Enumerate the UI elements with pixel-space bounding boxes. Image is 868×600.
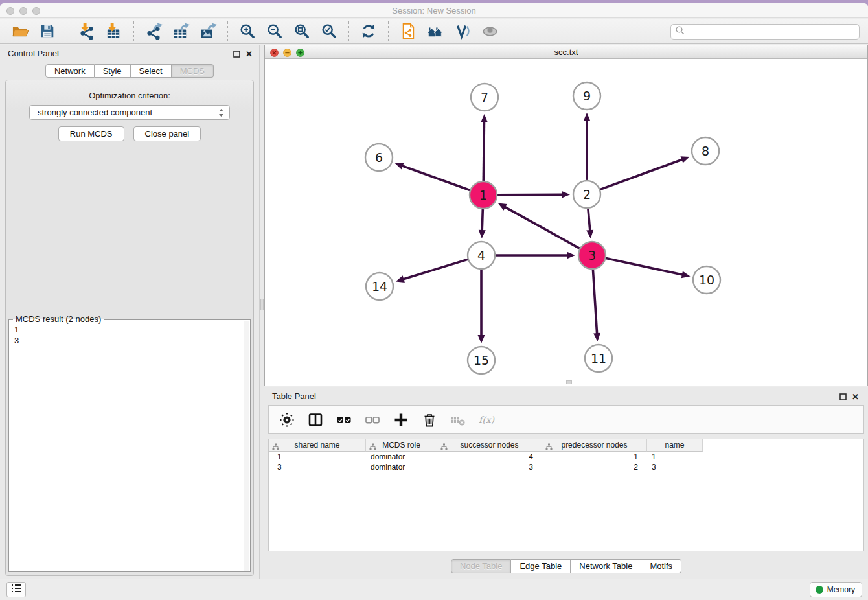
edge-4-14[interactable] xyxy=(396,259,468,283)
search-field[interactable] xyxy=(670,24,860,40)
column-header-predecessor-nodes[interactable]: predecessor nodes xyxy=(542,439,647,452)
delete-row-icon[interactable] xyxy=(420,411,439,428)
search-input[interactable] xyxy=(685,25,859,38)
network-canvas[interactable]: 1234678910111415 xyxy=(265,60,867,386)
main-toolbar xyxy=(0,19,868,44)
tab-network[interactable]: Network xyxy=(45,64,95,78)
edge-2-9[interactable] xyxy=(584,113,591,180)
table-row[interactable]: 3dominator323 xyxy=(269,462,863,472)
optimization-criterion-label: Optimization criterion: xyxy=(6,91,253,100)
node-10[interactable]: 10 xyxy=(693,266,720,294)
table-tabs: Node TableEdge TableNetwork TableMotifs xyxy=(264,559,868,573)
edge-4-3[interactable] xyxy=(496,252,575,259)
mcds-result-list: 13 xyxy=(14,324,19,346)
edge-3-10[interactable] xyxy=(606,259,691,279)
column-header-successor-nodes[interactable]: successor nodes xyxy=(437,439,542,452)
hierarchy-icon xyxy=(545,442,553,454)
criterion-select[interactable]: strongly connected component xyxy=(29,105,230,120)
close-panel-icon[interactable]: ✕ xyxy=(246,51,253,58)
chevron-updown-icon xyxy=(218,108,224,122)
control-panel-tabs: NetworkStyleSelectMCDS xyxy=(0,64,259,78)
table-row[interactable]: 1dominator411 xyxy=(269,452,863,462)
node-1[interactable]: 1 xyxy=(470,181,497,209)
close-panel-button[interactable]: Close panel xyxy=(133,126,201,141)
svg-text:11: 11 xyxy=(591,351,606,365)
tab-node-table[interactable]: Node Table xyxy=(451,559,512,573)
import-table-icon[interactable] xyxy=(104,21,124,41)
network-view-window: scc.txt 1234678910111415 xyxy=(264,45,868,386)
titlebar: Session: New Session xyxy=(0,3,868,18)
edge-1-4[interactable] xyxy=(479,209,486,238)
task-history-button[interactable] xyxy=(6,582,26,597)
memory-button[interactable]: Memory xyxy=(810,582,862,597)
node-9[interactable]: 9 xyxy=(573,82,600,110)
cell: dominator xyxy=(366,452,437,462)
new-network-from-selection-icon[interactable] xyxy=(398,21,418,41)
add-row-icon[interactable] xyxy=(392,411,410,428)
edge-4-15[interactable] xyxy=(478,270,485,343)
node-3[interactable]: 3 xyxy=(578,242,606,269)
gear-icon[interactable] xyxy=(278,411,296,428)
tab-network-table[interactable]: Network Table xyxy=(571,559,641,573)
column-header-shared-name[interactable]: shared name xyxy=(269,439,366,452)
save-session-icon[interactable] xyxy=(37,21,58,41)
column-header-MCDS-role[interactable]: MCDS role xyxy=(366,439,437,452)
tab-motifs[interactable]: Motifs xyxy=(641,559,681,573)
node-8[interactable]: 8 xyxy=(692,137,719,165)
import-network-icon[interactable] xyxy=(76,21,97,41)
select-all-icon[interactable] xyxy=(335,411,353,428)
node-2[interactable]: 2 xyxy=(573,181,600,208)
float-panel-icon[interactable] xyxy=(839,391,847,403)
canvas-resize-grip[interactable] xyxy=(566,380,572,384)
edge-1-2[interactable] xyxy=(497,191,570,198)
memory-status-icon xyxy=(816,586,823,594)
close-panel-icon[interactable]: ✕ xyxy=(852,393,859,401)
node-11[interactable]: 11 xyxy=(585,345,612,372)
divider-grip[interactable] xyxy=(260,299,264,310)
window-title: Session: New Session xyxy=(0,6,868,16)
tab-mcds[interactable]: MCDS xyxy=(172,64,214,78)
zoom-in-icon[interactable] xyxy=(237,21,258,41)
export-network-icon[interactable] xyxy=(143,21,164,41)
export-image-icon[interactable] xyxy=(198,21,218,41)
tab-style[interactable]: Style xyxy=(95,64,131,78)
tab-edge-table[interactable]: Edge Table xyxy=(511,559,571,573)
network-window-titlebar[interactable]: scc.txt xyxy=(265,45,867,59)
function-icon: f(x) xyxy=(477,411,496,428)
edge-3-1[interactable] xyxy=(498,203,580,249)
node-14[interactable]: 14 xyxy=(366,273,393,300)
open-session-icon[interactable] xyxy=(10,21,30,41)
style-icon[interactable] xyxy=(452,21,473,41)
export-table-icon[interactable] xyxy=(170,21,191,41)
split-divider[interactable] xyxy=(259,45,264,579)
zoom-selected-icon[interactable] xyxy=(319,21,339,41)
zoom-fit-icon[interactable] xyxy=(291,21,312,41)
svg-text:4: 4 xyxy=(477,248,485,262)
refresh-layout-icon[interactable] xyxy=(358,21,379,41)
cell: 1 xyxy=(647,452,703,462)
result-line: 1 xyxy=(14,324,19,335)
table-panel: Table Panel ✕ f(x) shared nameMCDS roles… xyxy=(264,387,868,579)
run-mcds-button[interactable]: Run MCDS xyxy=(58,126,124,141)
edge-3-11[interactable] xyxy=(593,270,600,341)
result-scrollbar[interactable] xyxy=(244,321,249,571)
node-15[interactable]: 15 xyxy=(468,347,495,374)
cell: 2 xyxy=(542,462,647,472)
node-4[interactable]: 4 xyxy=(468,242,495,269)
float-panel-icon[interactable] xyxy=(233,49,240,60)
zoom-out-icon[interactable] xyxy=(264,21,285,41)
edge-1-7[interactable] xyxy=(481,114,488,181)
tab-select[interactable]: Select xyxy=(131,64,172,78)
toolbar-separator xyxy=(227,21,228,41)
node-6[interactable]: 6 xyxy=(365,144,393,171)
home-icon[interactable] xyxy=(425,21,446,41)
columns-icon[interactable] xyxy=(306,411,325,428)
deselect-all-icon[interactable] xyxy=(363,411,382,428)
edge-2-3[interactable] xyxy=(586,209,593,238)
node-7[interactable]: 7 xyxy=(471,84,498,111)
column-header-name[interactable]: name xyxy=(647,439,703,452)
svg-text:10: 10 xyxy=(699,273,714,287)
edge-1-6[interactable] xyxy=(395,163,470,190)
edge-2-8[interactable] xyxy=(600,156,690,189)
hierarchy-icon xyxy=(369,442,376,454)
